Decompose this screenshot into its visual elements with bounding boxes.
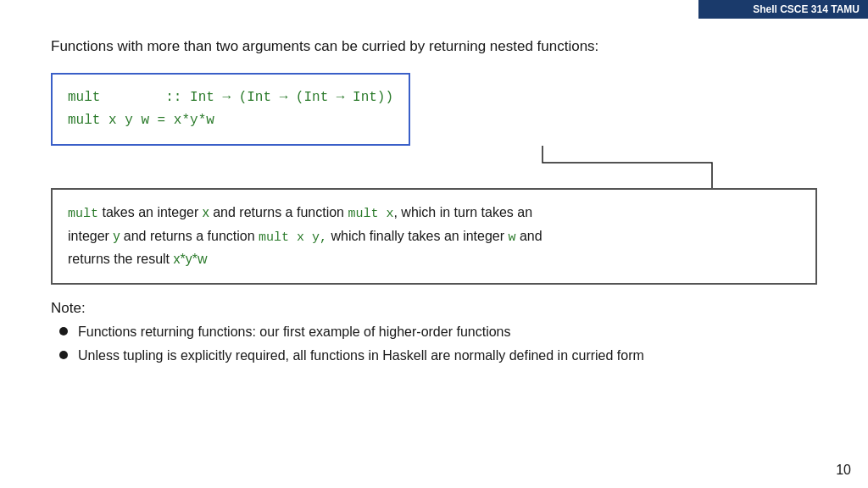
desc-mult-x: mult x — [348, 207, 393, 221]
bullet-dot — [59, 327, 68, 336]
desc-line-2: integer y and returns a function mult x … — [68, 225, 800, 249]
intro-text: Functions with more than two arguments c… — [51, 36, 817, 58]
desc-result: x*y*w — [174, 252, 208, 266]
desc-part5: which finally takes an integer — [327, 229, 508, 243]
page-number: 10 — [836, 463, 851, 478]
main-content: Functions with more than two arguments c… — [0, 19, 868, 488]
bullet-dot — [59, 351, 68, 359]
arrow-connector — [51, 146, 817, 188]
desc-returns: returns the result — [68, 252, 174, 266]
topbar: Shell CSCE 314 TAMU — [698, 0, 868, 19]
list-item: Unless tupling is explicitly required, a… — [59, 346, 817, 366]
desc-part4: and returns a function — [120, 229, 259, 243]
code-equation: mult x y w = x*y*w — [68, 113, 214, 128]
desc-line-1: mult takes an integer x and returns a fu… — [68, 202, 800, 225]
note-section: Note: Functions returning functions: our… — [51, 300, 817, 366]
desc-part1: takes an integer — [98, 205, 203, 219]
desc-box: mult takes an integer x and returns a fu… — [51, 188, 817, 285]
desc-part2: and returns a function — [209, 205, 348, 219]
desc-mult-kw: mult — [68, 207, 98, 221]
desc-var-x: x — [203, 205, 209, 219]
code-box-top: mult :: Int → (Int → (Int → Int)) mult x… — [51, 73, 410, 146]
desc-and: and — [516, 229, 542, 243]
desc-integer: integer — [68, 229, 113, 243]
code-line-1: mult :: Int → (Int → (Int → Int)) — [68, 86, 393, 109]
note-list: Functions returning functions: our first… — [51, 322, 817, 366]
desc-mult-xy: mult x y, — [259, 230, 327, 245]
code-type-sig: :: Int → (Int → (Int → Int)) — [165, 90, 393, 105]
code-line-2: mult x y w = x*y*w — [68, 109, 393, 132]
list-item-text: Functions returning functions: our first… — [78, 322, 510, 342]
note-label: Note: — [51, 300, 817, 317]
arrow-svg — [136, 146, 729, 188]
desc-w: w — [509, 230, 516, 245]
topbar-title: Shell CSCE 314 TAMU — [753, 3, 860, 15]
code-spacing — [100, 90, 165, 105]
desc-part3: , which in turn takes an — [393, 205, 532, 219]
list-item-text: Unless tupling is explicitly required, a… — [78, 346, 644, 366]
list-item: Functions returning functions: our first… — [59, 322, 817, 342]
code-mult-keyword: mult — [68, 90, 100, 105]
desc-line-3: returns the result x*y*w — [68, 248, 800, 270]
